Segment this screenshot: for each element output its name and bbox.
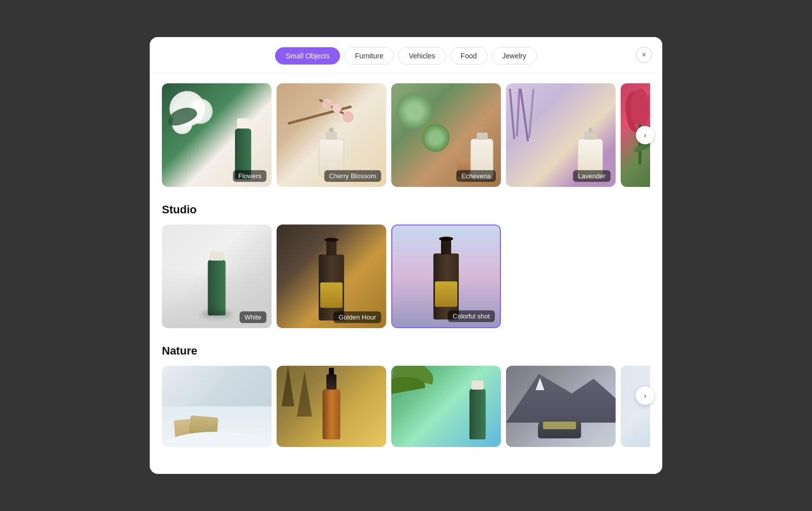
flowers-label: Flowers (233, 170, 266, 182)
flowers-next-arrow[interactable]: › (636, 126, 650, 144)
flowers-section: Flowers (162, 83, 650, 187)
lavender-card[interactable]: Lavender (506, 83, 616, 187)
nature-section-title: Nature (162, 344, 650, 358)
tab-furniture[interactable]: Furniture (344, 47, 394, 65)
modal-body: Flowers (150, 73, 662, 474)
echeveria-label: Echeveria (456, 170, 496, 182)
nature-image-row: › (162, 366, 650, 447)
tab-jewelry[interactable]: Jewelry (492, 47, 537, 65)
mountain-card[interactable] (506, 366, 616, 447)
tab-bar: Small Objects Furniture Vehicles Food Je… (275, 47, 537, 65)
flowers-image-row: Flowers (162, 83, 650, 187)
forest-card[interactable] (277, 366, 386, 447)
studio-section: Studio White (162, 203, 650, 328)
tab-small-objects[interactable]: Small Objects (275, 47, 340, 65)
modal-overlay: Small Objects Furniture Vehicles Food Je… (0, 0, 812, 511)
colorful-shot-label: Colorful shot (448, 310, 495, 322)
modal-dialog: Small Objects Furniture Vehicles Food Je… (150, 37, 662, 474)
white-studio-card[interactable]: White (162, 225, 272, 328)
echeveria-card[interactable]: Echeveria (391, 83, 501, 187)
studio-image-row: White Golden Hour (162, 225, 650, 328)
close-button[interactable]: × (636, 47, 652, 63)
flowers-card[interactable]: Flowers (162, 83, 272, 187)
nature-next-arrow[interactable]: › (636, 387, 650, 405)
golden-hour-card[interactable]: Golden Hour (277, 225, 386, 328)
lavender-label: Lavender (573, 170, 611, 182)
nature-section: Nature (162, 344, 650, 447)
cherry-blossom-card[interactable]: Cherry Blossom (277, 83, 386, 187)
tab-vehicles[interactable]: Vehicles (398, 47, 446, 65)
snow-card[interactable] (162, 366, 272, 447)
cherry-blossom-label: Cherry Blossom (324, 170, 381, 182)
tropical-card[interactable] (391, 366, 501, 447)
tab-food[interactable]: Food (450, 47, 488, 65)
winter-card[interactable] (621, 366, 650, 447)
colorful-shot-card[interactable]: Colorful shot (391, 225, 501, 328)
white-studio-label: White (240, 311, 266, 323)
studio-section-title: Studio (162, 203, 650, 216)
modal-header: Small Objects Furniture Vehicles Food Je… (150, 37, 662, 73)
golden-hour-label: Golden Hour (333, 311, 381, 323)
